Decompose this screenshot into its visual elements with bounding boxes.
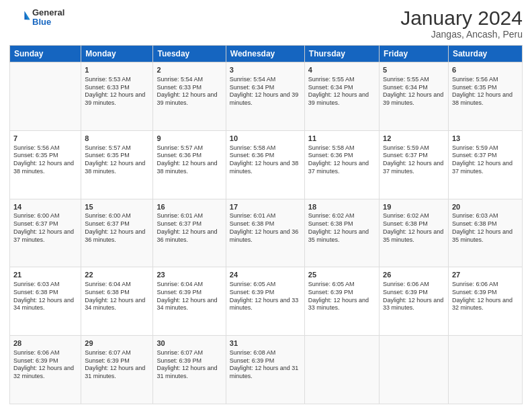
day-info: Sunrise: 5:58 AMSunset: 6:36 PMDaylight:…: [230, 144, 301, 176]
day-number: 9: [157, 134, 222, 144]
calendar-cell: 1Sunrise: 5:53 AMSunset: 6:33 PMDaylight…: [81, 62, 153, 131]
day-info: Sunrise: 6:01 AMSunset: 6:38 PMDaylight:…: [230, 212, 301, 244]
calendar-cell: 25Sunrise: 6:05 AMSunset: 6:39 PMDayligh…: [304, 267, 379, 336]
calendar-week-1: 1Sunrise: 5:53 AMSunset: 6:33 PMDaylight…: [10, 62, 523, 131]
day-number: 28: [13, 338, 77, 349]
calendar-cell: 6Sunrise: 5:56 AMSunset: 6:35 PMDaylight…: [448, 62, 522, 131]
day-number: 25: [308, 270, 375, 280]
day-info: Sunrise: 6:02 AMSunset: 6:38 PMDaylight:…: [308, 212, 375, 244]
day-info: Sunrise: 5:57 AMSunset: 6:35 PMDaylight:…: [85, 144, 149, 176]
day-info: Sunrise: 6:07 AMSunset: 6:39 PMDaylight:…: [85, 349, 149, 381]
calendar-week-4: 21Sunrise: 6:03 AMSunset: 6:38 PMDayligh…: [10, 267, 523, 336]
calendar-subtitle: Jangas, Ancash, Peru: [400, 29, 523, 40]
calendar-cell: 4Sunrise: 5:55 AMSunset: 6:34 PMDaylight…: [304, 62, 379, 131]
day-info: Sunrise: 6:00 AMSunset: 6:37 PMDaylight:…: [85, 212, 149, 244]
day-info: Sunrise: 6:07 AMSunset: 6:39 PMDaylight:…: [157, 349, 222, 381]
calendar-cell: 14Sunrise: 6:00 AMSunset: 6:37 PMDayligh…: [10, 199, 81, 267]
header-day-sunday: Sunday: [10, 46, 81, 62]
calendar-cell: 22Sunrise: 6:04 AMSunset: 6:38 PMDayligh…: [81, 267, 153, 336]
logo-icon: [9, 7, 31, 28]
calendar-cell: 12Sunrise: 5:59 AMSunset: 6:37 PMDayligh…: [380, 130, 449, 199]
day-number: 15: [85, 202, 149, 212]
calendar-week-3: 14Sunrise: 6:00 AMSunset: 6:37 PMDayligh…: [10, 199, 523, 267]
header-day-saturday: Saturday: [448, 46, 522, 62]
header-day-wednesday: Wednesday: [226, 46, 304, 62]
day-info: Sunrise: 5:58 AMSunset: 6:36 PMDaylight:…: [308, 144, 375, 176]
day-number: 14: [13, 202, 77, 212]
day-info: Sunrise: 5:54 AMSunset: 6:34 PMDaylight:…: [230, 76, 301, 107]
day-info: Sunrise: 5:59 AMSunset: 6:37 PMDaylight:…: [452, 144, 519, 176]
day-number: 11: [308, 134, 375, 144]
logo-text: General Blue: [32, 8, 64, 28]
day-info: Sunrise: 6:04 AMSunset: 6:39 PMDaylight:…: [157, 281, 222, 312]
calendar-cell: 23Sunrise: 6:04 AMSunset: 6:39 PMDayligh…: [153, 267, 226, 336]
calendar-cell: 27Sunrise: 6:06 AMSunset: 6:39 PMDayligh…: [448, 267, 522, 336]
calendar-cell: 31Sunrise: 6:08 AMSunset: 6:39 PMDayligh…: [226, 336, 304, 404]
day-number: 10: [230, 134, 301, 144]
day-info: Sunrise: 6:08 AMSunset: 6:39 PMDaylight:…: [230, 349, 301, 381]
day-number: 18: [308, 202, 375, 212]
day-number: 22: [85, 270, 149, 280]
day-info: Sunrise: 5:57 AMSunset: 6:36 PMDaylight:…: [157, 144, 222, 176]
calendar-cell: [304, 336, 379, 404]
day-info: Sunrise: 6:01 AMSunset: 6:37 PMDaylight:…: [157, 212, 222, 244]
day-number: 5: [383, 65, 445, 75]
day-info: Sunrise: 5:55 AMSunset: 6:34 PMDaylight:…: [383, 76, 445, 107]
day-number: 31: [230, 338, 301, 349]
day-info: Sunrise: 6:04 AMSunset: 6:38 PMDaylight:…: [85, 281, 149, 312]
day-number: 27: [452, 270, 519, 280]
calendar-header-row: SundayMondayTuesdayWednesdayThursdayFrid…: [10, 46, 523, 62]
calendar-cell: 24Sunrise: 6:05 AMSunset: 6:39 PMDayligh…: [226, 267, 304, 336]
calendar-cell: 9Sunrise: 5:57 AMSunset: 6:36 PMDaylight…: [153, 130, 226, 199]
logo: General Blue: [9, 7, 64, 28]
calendar-cell: 13Sunrise: 5:59 AMSunset: 6:37 PMDayligh…: [448, 130, 522, 199]
calendar-cell: 28Sunrise: 6:06 AMSunset: 6:39 PMDayligh…: [10, 336, 81, 404]
header-day-thursday: Thursday: [304, 46, 379, 62]
header: General Blue January 2024 Jangas, Ancash…: [9, 7, 523, 40]
day-number: 12: [383, 134, 445, 144]
calendar-cell: [10, 62, 81, 131]
day-info: Sunrise: 6:03 AMSunset: 6:38 PMDaylight:…: [13, 281, 77, 312]
calendar-week-5: 28Sunrise: 6:06 AMSunset: 6:39 PMDayligh…: [10, 336, 523, 404]
day-number: 21: [13, 270, 77, 280]
day-number: 30: [157, 338, 222, 349]
day-info: Sunrise: 6:06 AMSunset: 6:39 PMDaylight:…: [452, 281, 519, 312]
calendar-cell: 3Sunrise: 5:54 AMSunset: 6:34 PMDaylight…: [226, 62, 304, 131]
header-day-tuesday: Tuesday: [153, 46, 226, 62]
day-number: 16: [157, 202, 222, 212]
day-number: 2: [157, 65, 222, 75]
day-number: 20: [452, 202, 519, 212]
calendar-cell: 20Sunrise: 6:03 AMSunset: 6:38 PMDayligh…: [448, 199, 522, 267]
calendar-cell: 29Sunrise: 6:07 AMSunset: 6:39 PMDayligh…: [81, 336, 153, 404]
day-number: 1: [85, 65, 149, 75]
day-info: Sunrise: 5:55 AMSunset: 6:34 PMDaylight:…: [308, 76, 375, 107]
calendar-table: SundayMondayTuesdayWednesdayThursdayFrid…: [9, 45, 523, 404]
day-number: 4: [308, 65, 375, 75]
calendar-title: January 2024: [400, 7, 523, 29]
day-number: 8: [85, 134, 149, 144]
day-number: 6: [452, 65, 519, 75]
calendar-cell: 10Sunrise: 5:58 AMSunset: 6:36 PMDayligh…: [226, 130, 304, 199]
calendar-cell: 8Sunrise: 5:57 AMSunset: 6:35 PMDaylight…: [81, 130, 153, 199]
day-info: Sunrise: 6:06 AMSunset: 6:39 PMDaylight:…: [13, 349, 77, 381]
logo-blue: Blue: [32, 17, 64, 27]
calendar-cell: 16Sunrise: 6:01 AMSunset: 6:37 PMDayligh…: [153, 199, 226, 267]
logo-general: General: [32, 8, 64, 17]
calendar-cell: 17Sunrise: 6:01 AMSunset: 6:38 PMDayligh…: [226, 199, 304, 267]
calendar-cell: [448, 336, 522, 404]
day-number: 24: [230, 270, 301, 280]
day-number: 3: [230, 65, 301, 75]
day-info: Sunrise: 6:05 AMSunset: 6:39 PMDaylight:…: [308, 281, 375, 312]
day-info: Sunrise: 5:56 AMSunset: 6:35 PMDaylight:…: [452, 76, 519, 107]
calendar-cell: 15Sunrise: 6:00 AMSunset: 6:37 PMDayligh…: [81, 199, 153, 267]
day-info: Sunrise: 6:06 AMSunset: 6:39 PMDaylight:…: [383, 281, 445, 312]
calendar-week-2: 7Sunrise: 5:56 AMSunset: 6:35 PMDaylight…: [10, 130, 523, 199]
calendar-cell: 2Sunrise: 5:54 AMSunset: 6:33 PMDaylight…: [153, 62, 226, 131]
calendar-cell: 5Sunrise: 5:55 AMSunset: 6:34 PMDaylight…: [380, 62, 449, 131]
day-info: Sunrise: 5:54 AMSunset: 6:33 PMDaylight:…: [157, 76, 222, 107]
day-info: Sunrise: 5:56 AMSunset: 6:35 PMDaylight:…: [13, 144, 77, 176]
day-number: 7: [13, 134, 77, 144]
day-number: 29: [85, 338, 149, 349]
day-info: Sunrise: 6:02 AMSunset: 6:38 PMDaylight:…: [383, 212, 445, 244]
day-number: 13: [452, 134, 519, 144]
